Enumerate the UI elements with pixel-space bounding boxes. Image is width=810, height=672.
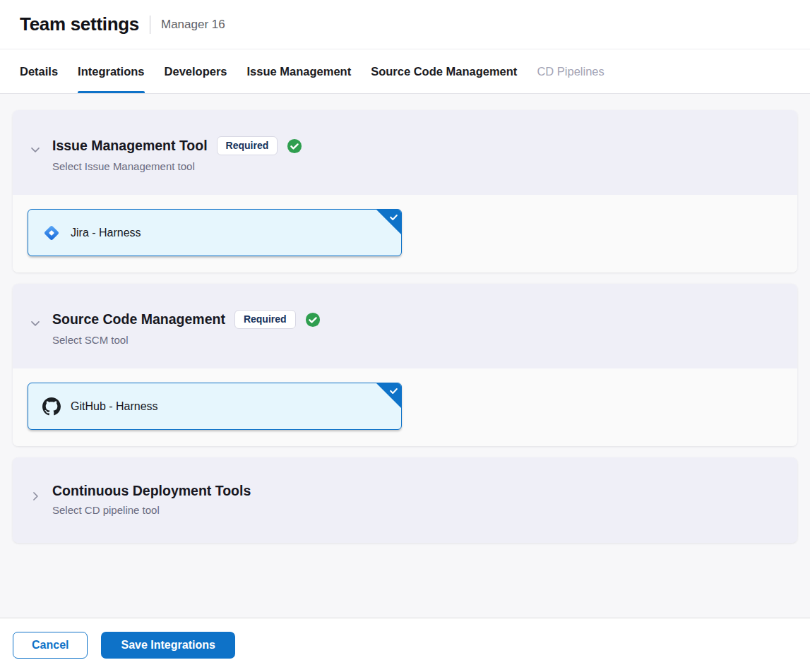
section-title: Source Code Management: [52, 311, 225, 328]
tab-issue-management[interactable]: Issue Management: [247, 49, 352, 93]
required-badge: Required: [234, 310, 296, 329]
section-header: Issue Management Tool Required Select Is…: [13, 110, 797, 195]
section-header-text: Source Code Management Required Select S…: [52, 310, 321, 346]
section-subtitle: Select SCM tool: [52, 334, 321, 346]
collapse-section-button[interactable]: [27, 142, 44, 159]
github-octocat-icon: [42, 397, 61, 416]
jira-diamond-icon: [42, 224, 61, 242]
check-circle-icon: [287, 138, 302, 154]
section-subtitle: Select CD pipeline tool: [52, 504, 251, 516]
section-source-code-management: Source Code Management Required Select S…: [13, 284, 797, 446]
collapse-section-button[interactable]: [27, 316, 44, 332]
page-header: Team settings Manager 16: [0, 0, 810, 49]
section-header-text: Continuous Deployment Tools Select CD pi…: [52, 483, 251, 516]
check-corner-icon: [388, 385, 399, 396]
title-divider: [150, 16, 150, 34]
action-footer: Cancel Save Integrations: [0, 618, 810, 672]
tool-card-label: GitHub - Harness: [71, 400, 158, 413]
section-continuous-deployment-tools: Continuous Deployment Tools Select CD pi…: [13, 457, 797, 543]
section-issue-management-tool: Issue Management Tool Required Select Is…: [13, 110, 797, 272]
tab-source-code-management[interactable]: Source Code Management: [371, 49, 517, 93]
section-body: GitHub - Harness: [13, 368, 797, 446]
section-header: Source Code Management Required Select S…: [13, 284, 797, 368]
required-badge: Required: [217, 136, 278, 155]
tool-card-label: Jira - Harness: [71, 227, 141, 239]
tab-integrations[interactable]: Integrations: [78, 49, 144, 93]
tab-details[interactable]: Details: [20, 49, 58, 93]
section-subtitle: Select Issue Management tool: [52, 160, 302, 172]
section-body: Jira - Harness: [13, 195, 797, 272]
tab-bar: Details Integrations Developers Issue Ma…: [0, 49, 810, 94]
expand-section-button[interactable]: [27, 488, 44, 505]
chevron-right-icon: [28, 489, 42, 505]
chevron-down-icon: [28, 143, 42, 159]
section-title: Issue Management Tool: [52, 138, 208, 154]
page-title: Team settings: [20, 13, 139, 35]
section-header: Continuous Deployment Tools Select CD pi…: [13, 457, 797, 543]
tool-card-github-harness[interactable]: GitHub - Harness: [28, 383, 402, 430]
section-title: Continuous Deployment Tools: [52, 483, 251, 499]
tab-cd-pipelines: CD Pipelines: [537, 49, 604, 93]
chevron-down-icon: [28, 316, 42, 332]
check-corner-icon: [388, 212, 399, 222]
cancel-button[interactable]: Cancel: [13, 632, 88, 659]
save-integrations-button[interactable]: Save Integrations: [101, 632, 234, 659]
check-circle-icon: [305, 312, 321, 328]
tool-card-jira-harness[interactable]: Jira - Harness: [28, 209, 402, 256]
integrations-panel: Issue Management Tool Required Select Is…: [0, 94, 810, 618]
section-header-text: Issue Management Tool Required Select Is…: [52, 136, 302, 172]
page-subtitle: Manager 16: [161, 18, 225, 32]
tab-developers[interactable]: Developers: [165, 49, 227, 93]
